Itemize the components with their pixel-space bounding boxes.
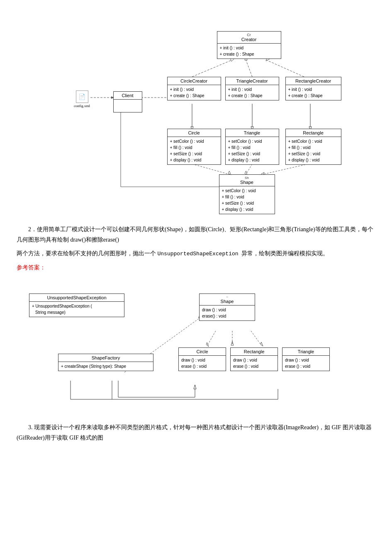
config-icon: 📄 config.xml (72, 90, 93, 108)
svg-line-5 (246, 60, 252, 77)
rectangle-creator-class: RectangleCreator + init () : void + crea… (285, 77, 341, 100)
question2-text: 2．使用简单工厂模式设计一个可以创建不同几何形状(Shape)，如圆形(Circ… (17, 224, 375, 273)
svg-line-19 (263, 164, 308, 174)
triangle-creator-class: TriangleCreator + init () : void + creat… (225, 77, 279, 100)
svg-line-27 (207, 331, 216, 345)
svg-line-15 (192, 164, 229, 174)
shape-class: Sh Shape + setColor () : void + fill () … (219, 174, 275, 214)
triangle-class: Triangle + setColor () : void + fill () … (225, 129, 279, 165)
shape2-class: ~ Shape draw () : void erase() : void (199, 293, 255, 321)
unsupported-exception-class: UnsupportedShapeException + UnsupportedS… (29, 293, 124, 317)
svg-line-7 (267, 60, 304, 77)
svg-marker-32 (261, 342, 263, 346)
page-content: 📄 config.xml Client Cr Creator + init ()… (17, 8, 375, 443)
client-class: Client (113, 91, 142, 112)
question3-section: 3. 现需要设计一个程序来读取多种不同类型的图片格式，针对每一种图片格式都设计一… (17, 422, 375, 443)
svg-marker-36 (194, 385, 196, 389)
circle-creator-class: CircleCreator + init () : void + create … (167, 77, 221, 100)
rectangle2-class: Rectangle draw () : void erase () : void (230, 347, 278, 371)
shape-factory-class: ShapeFactory + createShape (String type)… (58, 354, 153, 371)
creator-class: Cr Creator + init () : void + create () … (217, 31, 281, 59)
diagram1-area: 📄 config.xml Client Cr Creator + init ()… (18, 8, 375, 216)
svg-line-3 (192, 60, 231, 77)
rectangle-class: Rectangle + setColor () : void + fill ()… (285, 129, 341, 165)
svg-marker-30 (231, 341, 234, 345)
triangle2-class: Triangle draw () : void erase () : void (282, 347, 330, 371)
svg-line-31 (251, 331, 261, 345)
circle-class: Circle + setColor () : void + fill () : … (167, 129, 221, 165)
circle2-class: Circle draw () : void erase () : void (178, 347, 226, 371)
svg-line-17 (246, 164, 252, 174)
svg-marker-28 (206, 342, 209, 347)
diagram2-area: UnsupportedShapeException + UnsupportedS… (17, 281, 373, 414)
